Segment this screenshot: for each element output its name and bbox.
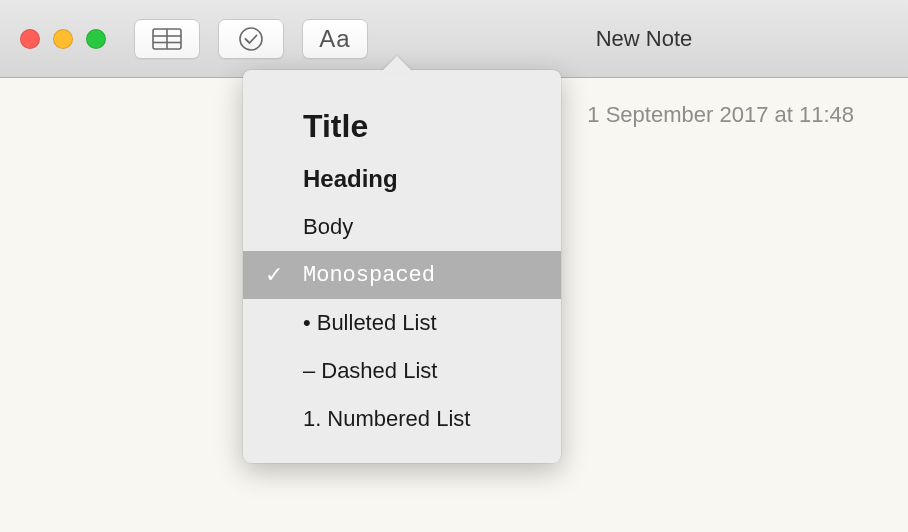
format-option-list-6[interactable]: 1.Numbered List [243,395,561,443]
toolbar: Aa New Note [0,0,908,78]
svg-point-4 [240,28,262,50]
format-popover-list: TitleHeadingBody✓Monospaced•Bulleted Lis… [243,70,561,463]
checkmark-icon: ✓ [265,262,303,288]
format-option-label: Title [303,108,368,145]
format-option-label: Body [303,214,353,240]
list-prefix: – [303,358,315,384]
popover-arrow [381,56,413,72]
format-option-heading[interactable]: Heading [243,155,561,203]
format-popover: TitleHeadingBody✓Monospaced•Bulleted Lis… [243,70,561,463]
window-controls [20,29,106,49]
list-prefix: 1. [303,406,321,432]
fullscreen-window-button[interactable] [86,29,106,49]
format-option-label: –Dashed List [303,358,437,384]
table-button[interactable] [134,19,200,59]
format-icon: Aa [319,25,350,53]
minimize-window-button[interactable] [53,29,73,49]
checklist-icon [238,26,264,52]
note-timestamp: 1 September 2017 at 11:48 [587,102,854,128]
format-option-label: Heading [303,165,398,193]
format-option-title[interactable]: Title [243,98,561,155]
format-option-body[interactable]: Body [243,203,561,251]
format-option-label: •Bulleted List [303,310,437,336]
format-option-label: 1.Numbered List [303,406,470,432]
format-option-list-4[interactable]: •Bulleted List [243,299,561,347]
format-option-label: Monospaced [303,263,435,288]
format-option-list-5[interactable]: –Dashed List [243,347,561,395]
format-option-monospaced[interactable]: ✓Monospaced [243,251,561,299]
window-title: New Note [216,26,693,51]
format-button[interactable]: Aa [302,19,368,59]
list-prefix: • [303,310,311,336]
checklist-button[interactable] [218,19,284,59]
close-window-button[interactable] [20,29,40,49]
table-icon [152,28,182,50]
